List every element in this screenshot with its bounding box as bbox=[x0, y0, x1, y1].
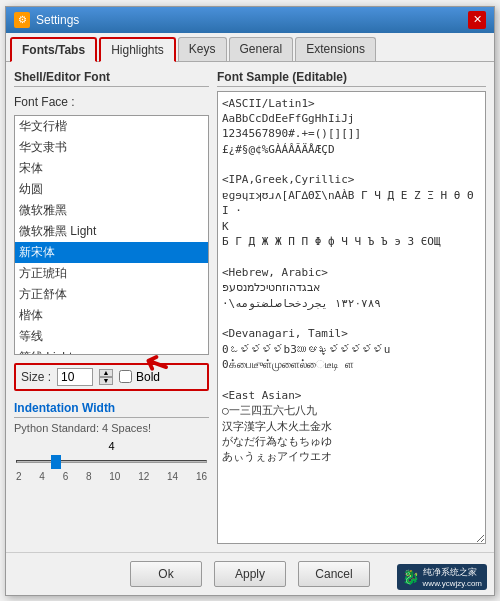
bold-label: Bold bbox=[136, 370, 160, 384]
list-item[interactable]: 方正舒体 bbox=[15, 284, 208, 305]
list-item[interactable]: 华文行楷 bbox=[15, 116, 208, 137]
indent-title: Indentation Width bbox=[14, 401, 209, 418]
spin-down-button[interactable]: ▼ bbox=[99, 377, 113, 385]
left-panel: Shell/Editor Font Font Face : 华文行楷 华文隶书 … bbox=[14, 70, 209, 544]
tab-keys[interactable]: Keys bbox=[178, 37, 227, 61]
bottom-bar: Ok Apply Cancel 🐉 纯净系统之家 www.ycwjzy.com bbox=[6, 552, 494, 595]
indent-description: Python Standard: 4 Spaces! bbox=[14, 422, 209, 434]
settings-window: ⚙ Settings ✕ Fonts/Tabs Highlights Keys … bbox=[5, 6, 495, 596]
bold-checkbox[interactable] bbox=[119, 370, 132, 383]
slider-track bbox=[16, 460, 207, 463]
list-item[interactable]: 宋体 bbox=[15, 158, 208, 179]
slider-mark: 4 bbox=[39, 471, 45, 482]
list-item[interactable]: 楷体 bbox=[15, 305, 208, 326]
tab-bar: Fonts/Tabs Highlights Keys General Exten… bbox=[6, 33, 494, 62]
slider-mark: 6 bbox=[63, 471, 69, 482]
list-item[interactable]: 方正琥珀 bbox=[15, 263, 208, 284]
right-panel: Font Sample (Editable) bbox=[217, 70, 486, 544]
size-input[interactable] bbox=[57, 368, 93, 386]
ok-button[interactable]: Ok bbox=[130, 561, 202, 587]
shell-editor-font-title: Shell/Editor Font bbox=[14, 70, 209, 87]
indent-value: 4 bbox=[14, 440, 209, 452]
app-icon: ⚙ bbox=[14, 12, 30, 28]
spin-up-button[interactable]: ▲ bbox=[99, 369, 113, 377]
watermark-line1: 纯净系统之家 bbox=[423, 566, 482, 579]
title-bar: ⚙ Settings ✕ bbox=[6, 7, 494, 33]
list-item[interactable]: 微软雅黑 Light bbox=[15, 221, 208, 242]
font-list[interactable]: 华文行楷 华文隶书 宋体 幼圆 微软雅黑 微软雅黑 Light 新宋体 方正琥珀… bbox=[15, 116, 208, 354]
slider-mark: 16 bbox=[196, 471, 207, 482]
size-row: Size : ▲ ▼ Bold bbox=[14, 363, 209, 391]
list-item[interactable]: 等线 Light bbox=[15, 347, 208, 354]
tab-highlights[interactable]: Highlights bbox=[99, 37, 176, 62]
watermark-line2: www.ycwjzy.com bbox=[423, 579, 482, 588]
list-item[interactable]: 微软雅黑 bbox=[15, 200, 208, 221]
close-button[interactable]: ✕ bbox=[468, 11, 486, 29]
font-sample-title: Font Sample (Editable) bbox=[217, 70, 486, 87]
list-item[interactable]: 幼圆 bbox=[15, 179, 208, 200]
font-list-container: 华文行楷 华文隶书 宋体 幼圆 微软雅黑 微软雅黑 Light 新宋体 方正琥珀… bbox=[14, 115, 209, 355]
tab-fonts-tabs[interactable]: Fonts/Tabs bbox=[10, 37, 97, 62]
size-label: Size : bbox=[21, 370, 51, 384]
window-title: Settings bbox=[36, 13, 79, 27]
slider-area bbox=[14, 460, 209, 463]
font-sample-textarea[interactable] bbox=[217, 91, 486, 544]
slider-marks: 2 4 6 8 10 12 14 16 bbox=[14, 471, 209, 482]
indent-section: Indentation Width Python Standard: 4 Spa… bbox=[14, 401, 209, 482]
apply-button[interactable]: Apply bbox=[214, 561, 286, 587]
slider-mark: 8 bbox=[86, 471, 92, 482]
list-item[interactable]: 等线 bbox=[15, 326, 208, 347]
tab-general[interactable]: General bbox=[229, 37, 294, 61]
list-item[interactable]: 华文隶书 bbox=[15, 137, 208, 158]
slider-mark: 2 bbox=[16, 471, 22, 482]
slider-mark: 14 bbox=[167, 471, 178, 482]
title-bar-left: ⚙ Settings bbox=[14, 12, 79, 28]
slider-mark: 10 bbox=[109, 471, 120, 482]
bold-checkbox-label[interactable]: Bold bbox=[119, 370, 160, 384]
tab-extensions[interactable]: Extensions bbox=[295, 37, 376, 61]
main-content: Shell/Editor Font Font Face : 华文行楷 华文隶书 … bbox=[6, 62, 494, 552]
size-spinner: ▲ ▼ bbox=[99, 369, 113, 385]
slider-mark: 12 bbox=[138, 471, 149, 482]
cancel-button[interactable]: Cancel bbox=[298, 561, 370, 587]
list-item-selected[interactable]: 新宋体 bbox=[15, 242, 208, 263]
font-face-label: Font Face : bbox=[14, 95, 209, 109]
slider-thumb[interactable] bbox=[51, 455, 61, 469]
